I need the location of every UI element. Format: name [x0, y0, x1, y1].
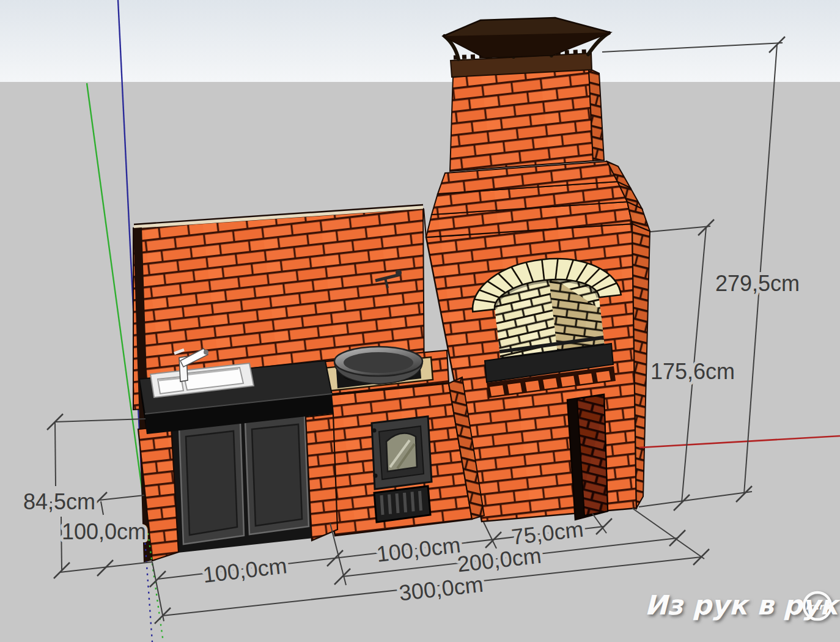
firewood-niche — [567, 394, 608, 520]
wok — [334, 347, 422, 384]
watermark-logo-text: irr.ru — [806, 602, 830, 611]
sink-module — [138, 349, 337, 561]
3d-model-canvas: 84,5cm 100,0cm 175,6cm 279,5cm 100,0cm 1… — [0, 0, 840, 642]
oven-door — [372, 416, 432, 489]
watermark: Из рук в руки Из рук в руки irr.ru — [644, 589, 840, 622]
dim-shelf-height: 175,6cm — [650, 359, 735, 384]
dim-overall-height: 279,5cm — [715, 271, 800, 296]
chimney — [450, 51, 604, 171]
dim-depth: 100,0cm — [62, 519, 146, 544]
dim-counter-height: 84,5cm — [23, 489, 95, 514]
sketchup-viewport: 84,5cm 100,0cm 175,6cm 279,5cm 100,0cm 1… — [0, 0, 840, 642]
brick-pier-right — [306, 414, 337, 541]
sky — [0, 0, 840, 82]
ash-vent-door — [374, 486, 430, 522]
